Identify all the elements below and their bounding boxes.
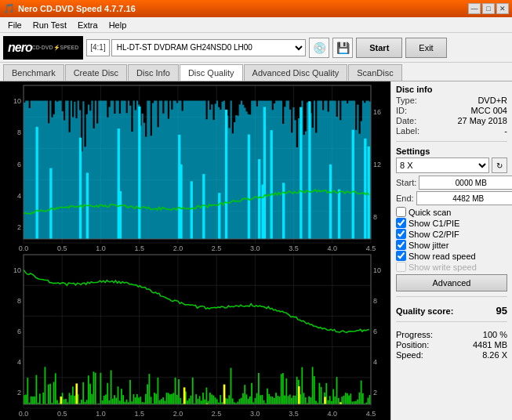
disc-info-section: Disc info Type: DVD+R ID: MCC 004 Date: … (396, 85, 507, 136)
speed-combo[interactable]: 8 X 4 X 2 X MAX (396, 158, 489, 173)
title-bar: 🎵 Nero CD-DVD Speed 4.7.7.16 — □ ✕ (0, 0, 512, 17)
speed-row: Speed: 8.26 X (396, 350, 507, 360)
tab-create-disc[interactable]: Create Disc (65, 64, 127, 81)
show-read-checkbox[interactable] (396, 251, 406, 261)
position-row: Position: 4481 MB (396, 340, 507, 349)
main-content: Disc info Type: DVD+R ID: MCC 004 Date: … (0, 81, 512, 420)
end-range-input[interactable] (416, 191, 512, 205)
chart-area (0, 81, 390, 420)
tab-benchmark[interactable]: Benchmark (3, 64, 64, 81)
quick-scan-label: Quick scan (409, 208, 451, 217)
tab-scan-disc[interactable]: ScanDisc (348, 64, 401, 81)
show-jitter-label: Show jitter (409, 241, 448, 250)
settings-title: Settings (396, 147, 507, 156)
disc-label-value: - (504, 126, 507, 136)
exit-button[interactable]: Exit (405, 38, 446, 58)
tab-disc-quality[interactable]: Disc Quality (180, 64, 243, 81)
save-icon-button[interactable]: 💾 (332, 38, 353, 58)
menu-bar: File Run Test Extra Help (0, 17, 512, 33)
disc-icon-button[interactable]: 💿 (309, 38, 329, 58)
show-jitter-row[interactable]: Show jitter (396, 240, 507, 250)
disc-type-value: DVD+R (478, 96, 507, 105)
quality-score-value: 95 (496, 305, 507, 317)
refresh-button[interactable]: ↻ (492, 158, 507, 173)
show-c1-label: Show C1/PIE (409, 219, 459, 228)
show-read-label: Show read speed (409, 252, 476, 261)
speed-label: [4:1] (86, 39, 109, 56)
drive-combo[interactable]: HL-DT-ST DVDRAM GH24NSD0 LH00 (111, 39, 307, 56)
drive-selector: [4:1] HL-DT-ST DVDRAM GH24NSD0 LH00 (86, 39, 306, 56)
disc-type-row: Type: DVD+R (396, 96, 507, 105)
tab-disc-info[interactable]: Disc Info (128, 64, 179, 81)
tab-advanced-disc-quality[interactable]: Advanced Disc Quality (244, 64, 348, 81)
disc-date-row: Date: 27 May 2018 (396, 116, 507, 125)
disc-label-row: Label: - (396, 126, 507, 136)
position-label: Position: (396, 340, 429, 349)
show-read-row[interactable]: Show read speed (396, 251, 507, 261)
progress-value: 100 % (483, 330, 507, 339)
quality-score-row: Quality score: 95 (396, 305, 507, 317)
disc-type-label: Type: (396, 96, 417, 105)
show-c1-checkbox[interactable] (396, 218, 406, 228)
show-write-label: Show write speed (409, 262, 477, 272)
speed-value: 8.26 X (482, 350, 507, 360)
quick-scan-checkbox[interactable] (396, 207, 406, 217)
disc-id-value: MCC 004 (471, 106, 507, 115)
end-range-label: End: (396, 194, 414, 203)
show-c2-row[interactable]: Show C2/PIF (396, 229, 507, 239)
disc-id-label: ID: (396, 106, 407, 115)
disc-date-label: Date: (396, 116, 416, 125)
nero-logo: nero CD·DVD⚡SPEED (3, 36, 83, 60)
settings-section: Settings 8 X 4 X 2 X MAX ↻ Start: End: (396, 147, 507, 291)
disc-date-value: 27 May 2018 (457, 116, 507, 125)
maximize-button[interactable]: □ (482, 3, 495, 14)
chart-canvas (0, 81, 390, 420)
end-range-row: End: (396, 191, 507, 205)
show-c2-label: Show C2/PIF (409, 230, 459, 239)
menu-help[interactable]: Help (104, 19, 132, 31)
right-panel: Disc info Type: DVD+R ID: MCC 004 Date: … (390, 81, 512, 420)
disc-label-label: Label: (396, 126, 419, 136)
advanced-button[interactable]: Advanced (396, 274, 507, 291)
speed-label: Speed: (396, 350, 423, 360)
toolbar: nero CD·DVD⚡SPEED [4:1] HL-DT-ST DVDRAM … (0, 33, 512, 63)
disc-info-title: Disc info (396, 85, 507, 94)
quick-scan-row[interactable]: Quick scan (396, 207, 507, 217)
divider-1 (396, 141, 507, 142)
progress-row: Progress: 100 % (396, 330, 507, 339)
show-c2-checkbox[interactable] (396, 229, 406, 239)
menu-run-test[interactable]: Run Test (28, 19, 71, 31)
start-button[interactable]: Start (356, 38, 402, 58)
minimize-button[interactable]: — (468, 3, 481, 14)
position-value: 4481 MB (473, 340, 507, 349)
title-bar-text: Nero CD-DVD Speed 4.7.7.16 (18, 4, 136, 13)
start-range-input[interactable] (419, 176, 512, 190)
show-jitter-checkbox[interactable] (396, 240, 406, 250)
divider-2 (396, 296, 507, 297)
start-range-row: Start: (396, 176, 507, 190)
menu-file[interactable]: File (3, 19, 27, 31)
show-write-row[interactable]: Show write speed (396, 262, 507, 272)
show-write-checkbox[interactable] (396, 262, 406, 272)
menu-extra[interactable]: Extra (73, 19, 103, 31)
divider-3 (396, 321, 507, 322)
quality-score-label: Quality score: (396, 306, 453, 316)
close-button[interactable]: ✕ (496, 3, 509, 14)
disc-id-row: ID: MCC 004 (396, 106, 507, 115)
app-icon: 🎵 (3, 3, 15, 14)
show-c1-row[interactable]: Show C1/PIE (396, 218, 507, 228)
speed-settings-row: 8 X 4 X 2 X MAX ↻ (396, 158, 507, 173)
tabs-bar: Benchmark Create Disc Disc Info Disc Qua… (0, 63, 512, 81)
nero-logo-sub: CD·DVD⚡SPEED (32, 45, 79, 51)
progress-label: Progress: (396, 330, 433, 339)
start-range-label: Start: (396, 178, 416, 187)
progress-section: Progress: 100 % Position: 4481 MB Speed:… (396, 330, 507, 360)
